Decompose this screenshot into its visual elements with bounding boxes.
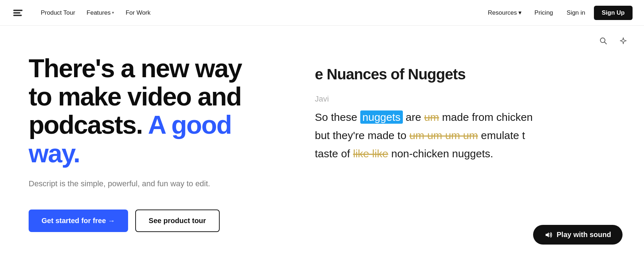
svg-rect-0 [13,10,23,11]
play-button-row: Play with sound [533,225,623,245]
hero-right-panel: e Nuances of Nuggets Javi So these nugge… [279,26,644,266]
get-started-button[interactable]: Get started for free → [29,210,128,232]
strikethrough-word: like like [353,148,388,159]
svg-line-4 [605,42,607,44]
svg-rect-2 [13,15,22,16]
nav-right: Resources ▾ Pricing Sign in Sign Up [483,6,633,20]
hero-left-panel: There's a new way to make video and podc… [0,26,279,266]
navbar: Product Tour Features ▾ For Work Resourc… [0,0,644,26]
see-product-tour-button[interactable]: See product tour [135,210,220,232]
editor-preview: e Nuances of Nuggets Javi So these nugge… [301,54,623,174]
transcript-text: So these nuggets are um made from chicke… [315,108,608,163]
filler-word-2: um um um um [409,129,478,141]
nav-features[interactable]: Features ▾ [82,6,119,19]
nav-sign-up-button[interactable]: Sign Up [594,6,633,20]
nav-for-work[interactable]: For Work [121,6,156,19]
nav-pricing[interactable]: Pricing [530,6,558,19]
cta-row: Get started for free → See product tour [29,210,258,232]
features-chevron-icon: ▾ [112,10,114,15]
volume-icon [545,231,552,239]
play-button-label: Play with sound [557,231,611,239]
logo[interactable] [11,6,24,19]
nav-left: Product Tour Features ▾ For Work [36,6,156,19]
magic-icon[interactable] [617,34,630,47]
svg-rect-1 [13,12,20,14]
filler-word-1: um [424,111,439,123]
main-content: There's a new way to make video and podc… [0,26,644,266]
editor-title: e Nuances of Nuggets [315,66,608,83]
speaker-label: Javi [315,94,608,104]
hero-title: There's a new way to make video and podc… [29,54,258,168]
top-right-icons [597,34,630,47]
nav-resources[interactable]: Resources ▾ [483,6,527,19]
search-icon[interactable] [597,34,610,47]
highlighted-word: nuggets [360,110,403,124]
nav-sign-in[interactable]: Sign in [561,6,591,19]
resources-chevron-icon: ▾ [518,9,522,16]
hero-subtitle: Descript is the simple, powerful, and fu… [29,178,236,189]
play-with-sound-button[interactable]: Play with sound [533,225,623,245]
nav-product-tour[interactable]: Product Tour [36,6,80,19]
